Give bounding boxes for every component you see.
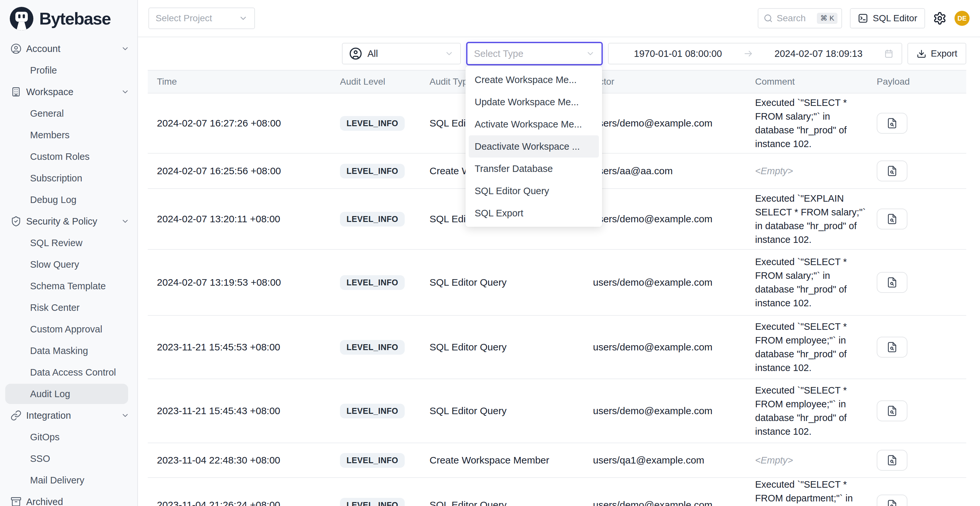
file-search-icon (886, 405, 897, 417)
sidebar-item-profile[interactable]: Profile (0, 59, 137, 81)
type-filter-placeholder: Select Type (474, 48, 586, 59)
dropdown-item-highlighted[interactable]: Deactivate Workspace ... (469, 135, 599, 158)
dropdown-item[interactable]: Update Workspace Me... (469, 91, 599, 113)
date-range-picker[interactable]: 1970-01-01 08:00:00 2024-02-07 18:09:13 (608, 43, 902, 64)
cell-time: 2023-11-04 22:48:30 +08:00 (148, 455, 340, 466)
sidebar-item-custom-approval[interactable]: Custom Approval (0, 318, 137, 340)
sidebar-item-data-access-control[interactable]: Data Access Control (0, 361, 137, 383)
payload-button[interactable] (877, 161, 907, 181)
cell-actor: users/qa1@example.com (593, 455, 755, 466)
cell-time: 2023-11-21 15:45:43 +08:00 (148, 405, 340, 417)
sidebar-section-integration[interactable]: Integration (0, 405, 137, 426)
file-search-icon (886, 277, 897, 288)
bytebase-logo-icon (9, 6, 34, 31)
search-box[interactable]: ⌘ K (758, 8, 842, 29)
cell-actor: users/aa@aa.com (593, 165, 755, 177)
file-search-icon (886, 455, 897, 466)
chevron-down-icon (121, 217, 129, 226)
sidebar-item-data-masking[interactable]: Data Masking (0, 340, 137, 361)
sidebar-section-label: Workspace (26, 87, 121, 97)
sidebar-item-schema-template[interactable]: Schema Template (0, 275, 137, 297)
file-search-icon (886, 165, 897, 177)
user-circle-icon (10, 43, 26, 54)
cell-time: 2023-11-04 21:26:24 +08:00 (148, 500, 340, 506)
audit-level-badge: LEVEL_INFO (340, 212, 405, 226)
type-filter-select[interactable]: Select Type (466, 42, 603, 65)
sidebar-item-sso[interactable]: SSO (0, 448, 137, 469)
settings-gear-icon[interactable] (933, 11, 947, 25)
payload-button[interactable] (877, 450, 907, 471)
cell-actor: users/demo@example.com (593, 118, 755, 129)
bytebase-logo[interactable]: Bytebase (0, 0, 137, 35)
dropdown-item[interactable]: SQL Export (469, 202, 599, 224)
search-shortcut-badge: ⌘ K (817, 13, 837, 24)
sidebar-item-audit-log[interactable]: Audit Log (5, 384, 128, 404)
sidebar-item-debug-log[interactable]: Debug Log (0, 189, 137, 210)
sidebar-section-workspace[interactable]: Workspace (0, 81, 137, 103)
actor-filter-select[interactable]: All (342, 43, 461, 64)
user-avatar[interactable]: DE (955, 11, 970, 26)
sidebar-section-label: Account (26, 43, 121, 54)
dropdown-item[interactable]: SQL Editor Query (469, 180, 599, 202)
cell-comment: Executed `"SELECT * FROM employee;"` in … (755, 383, 877, 438)
table-row: 2023-11-04 21:26:24 +08:00 LEVEL_INFO SQ… (148, 478, 966, 506)
sql-editor-button[interactable]: SQL Editor (850, 8, 925, 29)
sidebar-section-label: Security & Policy (26, 216, 121, 227)
arrow-right-icon (743, 49, 753, 59)
audit-level-badge: LEVEL_INFO (340, 340, 405, 355)
sidebar-section-archived[interactable]: Archived (0, 491, 137, 506)
sidebar-item-custom-roles[interactable]: Custom Roles (0, 146, 137, 167)
cell-audit-type: SQL Editor Query (430, 405, 593, 417)
dropdown-item[interactable]: Transfer Database (469, 158, 599, 180)
audit-log-page: Bytebase Account Profile Workspace Gener… (0, 0, 980, 506)
col-header-payload: Payload (877, 76, 966, 87)
payload-button[interactable] (877, 337, 907, 358)
audit-level-badge: LEVEL_INFO (340, 275, 405, 290)
cell-time: 2023-11-21 15:45:53 +08:00 (148, 342, 340, 353)
payload-button[interactable] (877, 113, 907, 134)
sidebar: Bytebase Account Profile Workspace Gener… (0, 0, 138, 506)
sidebar-item-sql-review[interactable]: SQL Review (0, 232, 137, 254)
sidebar-item-gitops[interactable]: GitOps (0, 426, 137, 448)
sidebar-section-security-policy[interactable]: Security & Policy (0, 210, 137, 232)
dropdown-item[interactable]: Create Workspace Me... (469, 68, 599, 91)
payload-button[interactable] (877, 208, 907, 229)
file-search-icon (886, 213, 897, 224)
project-select[interactable]: Select Project (148, 8, 255, 29)
sidebar-item-subscription[interactable]: Subscription (0, 167, 137, 189)
sidebar-item-slow-query[interactable]: Slow Query (0, 254, 137, 275)
search-input[interactable] (777, 13, 813, 24)
cell-audit-type: Create Workspace Member (430, 455, 593, 466)
file-search-icon (886, 118, 897, 129)
file-search-icon (886, 500, 897, 506)
sidebar-item-mail-delivery[interactable]: Mail Delivery (0, 469, 137, 491)
download-icon (916, 49, 926, 59)
user-circle-icon (349, 47, 362, 60)
payload-button[interactable] (877, 400, 907, 421)
sidebar-section-account[interactable]: Account (0, 38, 137, 59)
dropdown-item[interactable]: Activate Workspace Me... (469, 113, 599, 135)
audit-level-badge: LEVEL_INFO (340, 164, 405, 178)
table-row: 2023-11-21 15:45:53 +08:00 LEVEL_INFO SQ… (148, 316, 966, 379)
sidebar-item-risk-center[interactable]: Risk Center (0, 297, 137, 318)
col-header-actor: Actor (593, 76, 755, 87)
sidebar-item-general[interactable]: General (0, 103, 137, 124)
payload-button[interactable] (877, 272, 907, 293)
cell-time: 2024-02-07 13:19:53 +08:00 (148, 277, 340, 288)
chevron-down-icon (121, 411, 129, 420)
sidebar-section-label: Integration (26, 410, 121, 421)
col-header-comment: Comment (755, 76, 877, 87)
chevron-down-icon (239, 14, 248, 23)
date-range-start[interactable]: 1970-01-01 08:00:00 (617, 48, 740, 59)
audit-level-badge: LEVEL_INFO (340, 404, 405, 418)
cell-time: 2024-02-07 16:25:56 +08:00 (148, 165, 340, 177)
payload-button[interactable] (877, 495, 907, 506)
cell-actor: users/demo@example.com (593, 277, 755, 288)
cell-comment: Executed `"SELECT * FROM department;"` i… (755, 477, 877, 506)
main-content: Select Project ⌘ K SQL Editor DE (138, 0, 980, 506)
export-button[interactable]: Export (907, 43, 966, 64)
cell-actor: users/demo@example.com (593, 213, 755, 224)
col-header-audit-level: Audit Level (340, 76, 430, 87)
date-range-end[interactable]: 2024-02-07 18:09:13 (757, 48, 880, 59)
sidebar-item-members[interactable]: Members (0, 124, 137, 146)
